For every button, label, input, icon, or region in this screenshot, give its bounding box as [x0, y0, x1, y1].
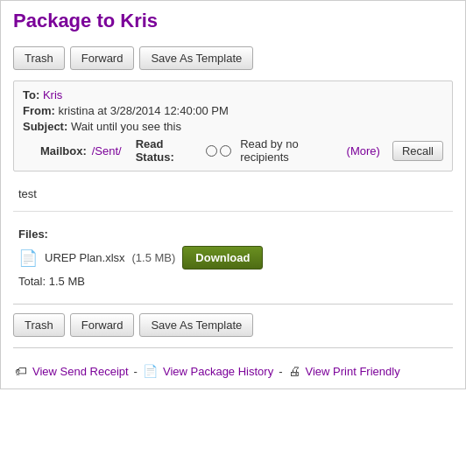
footer-separator-2: -	[279, 365, 282, 378]
circle-icon-1	[206, 145, 217, 157]
from-field: From: kristina at 3/28/2014 12:40:00 PM	[23, 104, 443, 117]
read-status-label: Read Status:	[136, 137, 197, 164]
more-link[interactable]: (More)	[347, 144, 380, 158]
file-row: 📄 UREP Plan.xlsx (1.5 MB) Download	[18, 246, 448, 270]
mailbox-value: /Sent/	[92, 144, 122, 158]
message-body-text: test	[18, 187, 37, 200]
print-friendly-icon: 🖨	[288, 364, 300, 378]
subject-field: Subject: Wait until you see this	[23, 120, 443, 133]
total-row: Total: 1.5 MB	[18, 275, 448, 288]
save-as-template-button-top[interactable]: Save As Template	[139, 46, 253, 70]
files-label: Files:	[18, 228, 448, 241]
trash-button-bottom[interactable]: Trash	[13, 313, 65, 337]
footer-links: 🏷 View Send Receipt - 📄 View Package His…	[13, 357, 453, 380]
subject-value: Wait until you see this	[71, 120, 181, 133]
file-size: (1.5 MB)	[132, 251, 176, 264]
view-package-history-link[interactable]: View Package History	[163, 365, 273, 378]
message-header: To: Kris From: kristina at 3/28/2014 12:…	[13, 80, 453, 172]
forward-button-top[interactable]: Forward	[70, 46, 135, 70]
forward-button-bottom[interactable]: Forward	[70, 313, 135, 337]
file-icon: 📄	[18, 248, 38, 268]
total-size: 1.5 MB	[49, 275, 85, 288]
from-label: From:	[23, 104, 55, 117]
package-history-icon: 📄	[143, 364, 158, 378]
footer-separator-1: -	[134, 365, 138, 378]
to-label: To:	[23, 88, 39, 102]
message-body: test	[13, 180, 453, 212]
files-section: Files: 📄 UREP Plan.xlsx (1.5 MB) Downloa…	[13, 220, 453, 295]
subject-label: Subject:	[23, 120, 67, 133]
view-send-receipt-link[interactable]: View Send Receipt	[32, 365, 129, 378]
send-receipt-icon: 🏷	[15, 364, 27, 378]
recall-button[interactable]: Recall	[392, 141, 443, 161]
mailbox-label: Mailbox:	[40, 144, 87, 158]
view-print-friendly-link[interactable]: View Print Friendly	[306, 365, 400, 378]
circle-icon-2	[220, 145, 231, 157]
read-by-text: Read by no recipients	[240, 137, 337, 164]
page-title: Package to Kris	[13, 10, 453, 36]
from-value: kristina at 3/28/2014 12:40:00 PM	[58, 104, 228, 117]
page-container: Package to Kris Trash Forward Save As Te…	[0, 0, 466, 389]
trash-button-top[interactable]: Trash	[13, 46, 65, 70]
read-status-circles	[206, 145, 231, 157]
to-field: To: Kris	[23, 88, 443, 102]
divider-2	[13, 347, 453, 348]
total-label: Total:	[18, 275, 46, 288]
mailbox-row: Mailbox: /Sent/ Read Status: Read by no …	[23, 137, 443, 164]
to-value: Kris	[43, 88, 62, 102]
divider	[13, 304, 453, 304]
save-as-template-button-bottom[interactable]: Save As Template	[139, 313, 253, 337]
download-button[interactable]: Download	[182, 246, 263, 270]
file-name: UREP Plan.xlsx	[45, 251, 125, 264]
bottom-toolbar: Trash Forward Save As Template	[13, 313, 453, 337]
top-toolbar: Trash Forward Save As Template	[13, 46, 453, 70]
